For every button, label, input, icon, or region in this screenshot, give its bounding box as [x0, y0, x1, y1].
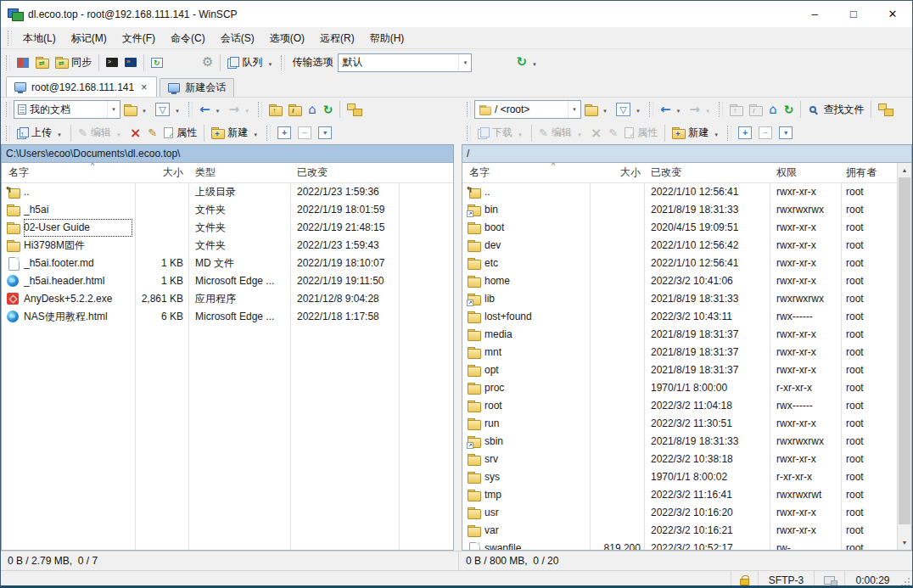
chevron-down-icon[interactable] [107, 101, 120, 118]
menu-options[interactable]: 选项(O) [262, 28, 312, 48]
file-row[interactable]: dev2022/1/10 12:56:42rwxr-xr-xroot [462, 237, 897, 255]
scroll-up-icon[interactable]: ▲ [898, 163, 911, 177]
root-directory-button[interactable] [285, 103, 305, 117]
resize-grip[interactable] [900, 571, 912, 588]
file-row[interactable]: NAS使用教程.html6 KBMicrosoft Edge ...2022/1… [2, 308, 453, 326]
remote-location-combo[interactable]: / <root> [474, 100, 581, 119]
forward-button[interactable]: → [226, 102, 255, 118]
filter-button[interactable]: ▽ [613, 101, 646, 118]
close-button[interactable]: ✕ [873, 1, 912, 27]
download-button[interactable]: 下载 [474, 124, 528, 142]
menu-file[interactable]: 文件(F) [115, 28, 163, 48]
column-header-name[interactable]: 名字 [8, 163, 127, 182]
remote-path-bar[interactable]: / [462, 144, 912, 162]
new-button[interactable]: 新建 [208, 124, 263, 142]
select-add-button[interactable]: + [274, 125, 294, 141]
back-button[interactable]: ← [196, 102, 226, 118]
menu-command[interactable]: 命令(C) [163, 28, 213, 48]
panel-splitter[interactable] [454, 98, 462, 551]
file-row[interactable]: srv2022/3/2 10:38:18rwxr-xr-xroot [462, 451, 897, 468]
column-header-size[interactable]: 大小 [591, 163, 641, 182]
select-invert-button[interactable]: ▼ [776, 125, 796, 141]
new-button[interactable]: 新建 [669, 124, 724, 142]
column-header-owner[interactable]: 拥有者 [846, 163, 895, 182]
column-header-type[interactable]: 类型 [195, 163, 287, 182]
menu-remote[interactable]: 远程(R) [312, 28, 362, 48]
open-terminal-button[interactable] [103, 56, 121, 69]
transfer-preset-combo[interactable]: 默认 [338, 53, 472, 72]
menu-local[interactable]: 本地(L) [15, 28, 64, 48]
file-row[interactable]: tmp2022/3/2 11:16:41rwxrwxrwtroot [462, 486, 897, 504]
tab-new-session[interactable]: 新建会话 [160, 78, 234, 97]
commander-layout-button[interactable] [14, 56, 32, 70]
parent-directory-button[interactable] [266, 103, 285, 117]
edit-button[interactable]: ✎编辑 [535, 124, 587, 142]
queue-button[interactable]: 队列 [224, 53, 277, 71]
file-row[interactable]: home2022/3/2 10:41:06rwxr-xr-xroot [462, 272, 897, 290]
column-header-changed[interactable]: 已改变 [651, 163, 766, 182]
encryption-status[interactable] [731, 571, 758, 588]
file-row[interactable]: opt2021/8/19 18:31:37rwxr-xr-xroot [462, 361, 897, 379]
synchronize-browsing-button[interactable] [32, 55, 52, 70]
file-row[interactable]: mnt2021/8/19 18:31:37rwxr-xr-xroot [462, 344, 897, 361]
home-directory-button[interactable]: ⌂ [305, 102, 320, 118]
synchronize-button[interactable]: 同步 [52, 53, 95, 71]
file-row[interactable]: _h5ai文件夹2022/1/19 18:01:59 [2, 201, 453, 219]
scrollbar-thumb[interactable] [899, 177, 910, 524]
local-location-combo[interactable]: 我的文档 [14, 100, 120, 119]
select-remove-button[interactable]: − [294, 125, 315, 141]
delete-button[interactable]: × [587, 125, 605, 142]
session-duration[interactable]: 0:00:29 [844, 571, 900, 588]
chevron-down-icon[interactable] [568, 101, 580, 118]
find-files-button[interactable]: 查找文件 [804, 101, 867, 119]
preferences-button[interactable]: ⚙ [199, 54, 216, 70]
server-status[interactable] [814, 571, 844, 588]
refresh-session-button[interactable] [148, 56, 166, 70]
file-row[interactable]: 02-User Guide文件夹2022/1/19 21:48:15 [2, 219, 453, 237]
file-row[interactable]: _h5ai.footer.md1 KBMD 文件2022/1/19 18:10:… [2, 255, 453, 272]
protocol-status[interactable]: SFTP-3 [758, 571, 814, 588]
root-directory-button[interactable] [746, 103, 765, 117]
refresh-button[interactable]: ↻ [781, 102, 798, 117]
vertical-scrollbar[interactable]: ▲ ▼ [897, 163, 911, 550]
transfer-settings-button[interactable]: ↻ [513, 54, 542, 70]
file-row[interactable]: media2021/8/19 18:31:37rwxr-xr-xroot [462, 326, 897, 344]
tab-close-icon[interactable]: × [139, 81, 148, 93]
file-row[interactable]: sys1970/1/1 8:00:02r-xr-xr-xroot [462, 468, 897, 486]
column-header-changed[interactable]: 已改变 [297, 163, 395, 182]
column-header-name[interactable]: 名字 [469, 163, 586, 182]
column-header-size[interactable]: 大小 [136, 163, 183, 182]
open-directory-button[interactable] [120, 102, 152, 117]
chevron-down-icon[interactable] [458, 54, 471, 71]
delete-button[interactable]: × [126, 125, 144, 142]
home-directory-button[interactable]: ⌂ [765, 102, 781, 118]
select-remove-button[interactable]: − [755, 125, 776, 141]
filter-button[interactable]: ▽ [152, 101, 185, 118]
forward-button[interactable]: → [686, 102, 716, 118]
rename-button[interactable]: ✎ [605, 126, 621, 140]
back-button[interactable]: ← [657, 102, 686, 118]
file-row[interactable]: ..上级目录2022/1/23 1:59:36 [2, 183, 453, 201]
file-row[interactable]: lost+found2022/3/2 10:43:11rwx------root [462, 308, 897, 326]
properties-button[interactable]: 属性 [160, 124, 200, 142]
edit-button[interactable]: ✎编辑 [75, 124, 126, 142]
maximize-button[interactable]: □ [834, 1, 873, 27]
select-add-button[interactable]: + [735, 125, 755, 141]
file-row[interactable]: ↗sbin2021/8/19 18:31:33rwxrwxrwxroot [462, 433, 897, 451]
refresh-button[interactable]: ↻ [320, 102, 337, 117]
file-row[interactable]: usr2022/3/2 10:16:20rwxr-xr-xroot [462, 504, 897, 522]
rename-button[interactable]: ✎ [144, 126, 160, 140]
upload-button[interactable]: 上传 [14, 124, 67, 142]
minimize-button[interactable]: – [795, 1, 834, 27]
file-row[interactable]: ..2022/1/10 12:56:41rwxr-xr-xroot [462, 183, 897, 201]
tab-session-active[interactable]: root@192.168.111.141 × [6, 76, 157, 97]
directory-tree-button[interactable] [875, 102, 896, 117]
file-row[interactable]: var2022/3/2 10:16:21rwxr-xr-xroot [462, 522, 897, 540]
file-row[interactable]: ↗lib2021/8/19 18:31:33rwxrwxrwxroot [462, 290, 897, 308]
file-row[interactable]: root2022/3/2 11:04:18rwx------root [462, 397, 897, 415]
file-row[interactable]: boot2020/4/15 19:09:51rwxr-xr-xroot [462, 219, 897, 237]
scroll-down-icon[interactable]: ▼ [898, 535, 911, 550]
file-row[interactable]: swapfile819,2002022/3/2 10:52:17rw-root [462, 540, 897, 550]
file-row[interactable]: etc2022/1/10 12:56:41rwxr-xr-xroot [462, 255, 897, 272]
parent-directory-button[interactable] [726, 103, 746, 117]
